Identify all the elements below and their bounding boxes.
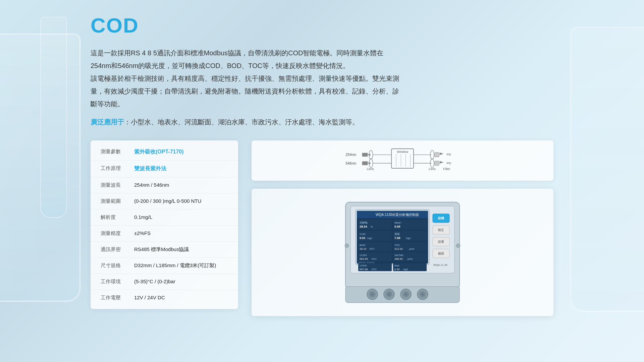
description-block: 這是一款採用RS 4 8 5通訊介面和標准Modbus協議，自帶清洗刷的COD智…: [91, 47, 413, 110]
svg-marker-26: [440, 161, 443, 164]
svg-text:UV546: UV546: [360, 264, 367, 267]
svg-text:NTU: NTU: [370, 248, 374, 250]
spec-row: 尺寸規格D32mm / L185mm / 電纜3米(可訂製): [91, 258, 238, 274]
spec-value: RS485 標準Modbus協議: [134, 246, 228, 253]
specs-card: 測量參數紫外吸收(OPT-7170)工作原理雙波長紫外法測量波長254nm / …: [91, 140, 238, 309]
svg-text:Filter: Filter: [443, 167, 450, 171]
spec-value: 0.1mg/L: [134, 214, 228, 220]
svg-point-94: [404, 293, 408, 296]
spec-row: 解析度0.1mg/L: [91, 209, 238, 226]
spec-label: 測量範圍: [101, 198, 127, 204]
svg-text:WQA-11.30: WQA-11.30: [433, 263, 447, 266]
svg-text:28.10: 28.10: [360, 247, 367, 250]
application-line: 廣泛應用于：小型水、地表水、河流斷面、湖泊水庫、市政污水、汙水處理、海水監測等。: [91, 116, 553, 128]
spec-row: 工作環境(5-35)°C / (0-2)bar: [91, 274, 238, 290]
svg-text:Lens: Lens: [429, 167, 436, 171]
svg-text:288.45: 288.45: [394, 257, 403, 260]
svg-text:657.08: 657.08: [360, 268, 368, 271]
spec-value: D32mm / L185mm / 電纜3米(可訂製): [134, 262, 228, 269]
svg-text:mg/L: mg/L: [367, 237, 373, 240]
spec-label: 尺寸規格: [101, 262, 127, 269]
optical-diagram: 254nm 546nm Lens: [252, 140, 553, 181]
svg-point-88: [371, 293, 374, 296]
main-content: 測量參數紫外吸收(OPT-7170)工作原理雙波長紫外法測量波長254nm / …: [91, 140, 553, 316]
content-wrapper: COD 這是一款採用RS 4 8 5通訊介面和標准Modbus協議，自帶清洗刷的…: [0, 0, 644, 329]
svg-text:254nm: 254nm: [346, 153, 357, 157]
svg-text:μs/m: μs/m: [408, 258, 413, 260]
device-image: WQA-1130水質分析儀控制器 溶解氧 28.04 % Wad= 0.09 C…: [252, 189, 553, 316]
svg-text:溶解氧: 溶解氧: [360, 221, 368, 224]
svg-text:mg/L: mg/L: [403, 268, 409, 271]
svg-text:設標: 設標: [438, 217, 444, 220]
svg-text:28.04: 28.04: [360, 225, 367, 228]
svg-point-99: [456, 244, 460, 248]
spec-row: 工作電壓12V / 24V DC: [91, 290, 238, 306]
svg-text:PD: PD: [447, 161, 451, 165]
spec-row: 測量精度±2%FS: [91, 226, 238, 242]
svg-text:TOC: TOC: [394, 244, 400, 247]
device-diagram-svg: WQA-1130水質分析儀控制器 溶解氧 28.04 % Wad= 0.09 C…: [332, 195, 473, 309]
spec-label: 測量波長: [101, 182, 127, 188]
svg-text:Wad: Wad: [394, 264, 399, 267]
spec-row: 測量範圍(0-200 / 300 )mg/L 0-500 NTU: [91, 193, 238, 209]
svg-text:COD: COD: [360, 233, 366, 236]
application-text: ：小型水、地表水、河流斷面、湖泊水庫、市政污水、汙水處理、海水監測等。: [124, 118, 359, 126]
spec-label: 工作環境: [101, 279, 127, 285]
spec-value: ±2%FS: [134, 230, 228, 236]
spec-row: 測量參數紫外吸收(OPT-7170): [91, 144, 238, 161]
svg-text:設置: 設置: [438, 240, 444, 243]
right-panel: 254nm 546nm Lens: [252, 140, 553, 316]
svg-text:SAC546: SAC546: [394, 254, 403, 256]
device-svg-wrapper: WQA-1130水質分析儀控制器 溶解氧 28.04 % Wad= 0.09 C…: [252, 189, 553, 316]
svg-text:μs/m: μs/m: [409, 248, 414, 250]
svg-text:校正: 校正: [438, 228, 444, 232]
svg-text:0.09: 0.09: [394, 225, 400, 228]
svg-text:546nm: 546nm: [346, 162, 357, 165]
svg-point-91: [387, 293, 391, 296]
svg-rect-4: [362, 161, 368, 165]
spec-label: 工作原理: [101, 165, 127, 172]
spec-label: 工作電壓: [101, 295, 127, 301]
svg-rect-2: [362, 153, 368, 157]
svg-rect-23: [435, 161, 439, 165]
spec-value: 雙波長紫外法: [134, 165, 228, 172]
spec-label: 解析度: [101, 214, 127, 221]
spec-label: 測量精度: [101, 230, 127, 237]
svg-text:7.68: 7.68: [394, 236, 400, 240]
svg-text:Window: Window: [397, 150, 408, 154]
svg-text:PD: PD: [447, 153, 451, 156]
spec-row: 通訊界密RS485 標準Modbus協議: [91, 242, 238, 258]
svg-text:0.20: 0.20: [394, 268, 400, 271]
spec-value: 紫外吸收(OPT-7170): [134, 148, 228, 156]
svg-rect-22: [435, 153, 439, 157]
svg-text:UV254: UV254: [360, 254, 367, 256]
spec-row: 測量波長254nm / 546nm: [91, 177, 238, 193]
svg-text:JHR 06 / 15:34:12: JHR 06 / 15:34:12: [358, 261, 375, 263]
page-title: COD: [91, 13, 553, 37]
spec-label: 通訊界密: [101, 246, 127, 253]
svg-text:NTU: NTU: [372, 268, 376, 270]
svg-text:mg/L: mg/L: [406, 237, 411, 240]
svg-text:212.16: 212.16: [394, 247, 403, 250]
svg-marker-25: [440, 153, 443, 155]
svg-text:WQA-1130水質分析儀控制器: WQA-1130水質分析儀控制器: [376, 213, 419, 217]
svg-text:啟諾: 啟諾: [438, 252, 444, 255]
svg-text:0.01: 0.01: [360, 236, 366, 240]
spec-value: 254nm / 546nm: [134, 182, 228, 188]
svg-text:NTU: NTU: [372, 258, 376, 260]
spec-row: 工作原理雙波長紫外法: [91, 161, 238, 177]
svg-point-97: [421, 293, 424, 296]
svg-text:BOD: BOD: [360, 244, 366, 247]
spec-label: 測量參數: [101, 148, 127, 155]
svg-text:%: %: [371, 226, 373, 228]
application-label: 廣泛應用于: [91, 118, 124, 126]
spec-value: (5-35)°C / (0-2)bar: [134, 279, 228, 284]
svg-text:濁度: 濁度: [394, 233, 400, 236]
optical-diagram-svg: 254nm 546nm Lens: [345, 147, 460, 174]
svg-text:662.59: 662.59: [360, 257, 368, 260]
svg-text:Wad=: Wad=: [394, 221, 401, 224]
svg-point-98: [345, 244, 349, 248]
spec-value: (0-200 / 300 )mg/L 0-500 NTU: [134, 198, 228, 204]
spec-value: 12V / 24V DC: [134, 295, 228, 300]
